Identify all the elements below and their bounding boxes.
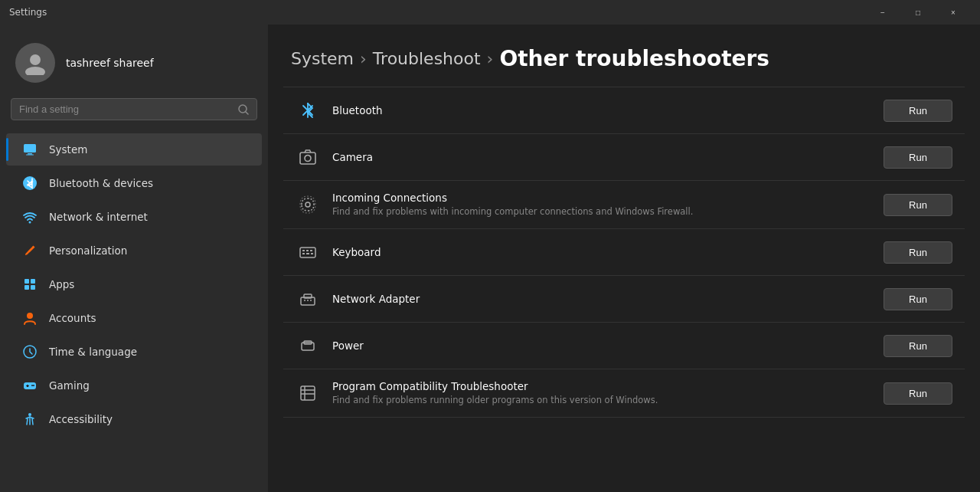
svg-line-3 xyxy=(246,112,248,114)
troubleshooter-power: Power Run xyxy=(283,323,965,369)
user-name: tashreef shareef xyxy=(66,57,154,69)
monitor-icon xyxy=(21,141,38,158)
svg-rect-18 xyxy=(26,385,29,386)
sidebar-item-accessibility-label: Accessibility xyxy=(49,413,113,425)
troubleshooter-camera: Camera Run xyxy=(283,134,965,181)
svg-point-0 xyxy=(30,54,41,65)
svg-rect-26 xyxy=(302,250,305,251)
svg-point-24 xyxy=(305,202,310,207)
run-power-button[interactable]: Run xyxy=(884,335,952,357)
apps-icon xyxy=(21,276,38,293)
svg-point-9 xyxy=(29,221,31,224)
network-adapter-ts-icon xyxy=(296,287,320,311)
svg-rect-25 xyxy=(300,248,315,257)
bluetooth-nav-icon: ✓ xyxy=(21,175,38,192)
run-keyboard-button[interactable]: Run xyxy=(884,241,952,264)
sidebar-item-system-label: System xyxy=(49,143,87,156)
titlebar-controls: − □ × xyxy=(865,0,971,25)
run-incoming-button[interactable]: Run xyxy=(884,194,952,216)
app-body: tashreef shareef xyxy=(0,25,980,492)
troubleshooter-power-name: Power xyxy=(332,339,871,352)
keyboard-ts-icon xyxy=(296,240,320,264)
sidebar-item-timelang[interactable]: Time & language xyxy=(6,336,262,368)
sidebar-item-network-label: Network & internet xyxy=(49,211,148,223)
troubleshooter-incoming-info: Incoming Connections Find and fix proble… xyxy=(332,192,871,218)
troubleshooter-bluetooth-name: Bluetooth xyxy=(332,104,871,116)
svg-rect-12 xyxy=(24,285,29,290)
sidebar-item-gaming-label: Gaming xyxy=(49,379,90,392)
troubleshooter-program-compat-info: Program Compatibility Troubleshooter Fin… xyxy=(332,380,871,406)
troubleshooters-list: Bluetooth Run Camera Run xyxy=(268,87,980,492)
troubleshooter-keyboard-info: Keyboard xyxy=(332,246,871,258)
troubleshooter-bluetooth: Bluetooth Run xyxy=(283,87,965,134)
svg-rect-39 xyxy=(301,386,315,400)
sidebar-item-network[interactable]: Network & internet xyxy=(6,201,262,233)
search-container xyxy=(0,98,268,133)
sidebar-item-bluetooth[interactable]: ✓ Bluetooth & devices xyxy=(6,167,262,199)
search-box xyxy=(11,98,257,120)
breadcrumb-troubleshoot[interactable]: Troubleshoot xyxy=(373,49,481,68)
sidebar-item-system[interactable]: System xyxy=(6,133,262,166)
svg-point-23 xyxy=(305,156,311,162)
time-icon xyxy=(21,343,38,360)
breadcrumb-system[interactable]: System xyxy=(291,49,354,68)
troubleshooter-keyboard: Keyboard Run xyxy=(283,229,965,276)
sidebar-item-personalization[interactable]: Personalization xyxy=(6,235,262,267)
program-compat-ts-icon xyxy=(296,381,320,405)
svg-point-19 xyxy=(31,385,33,386)
troubleshooter-program-compat: Program Compatibility Troubleshooter Fin… xyxy=(283,369,965,418)
svg-rect-11 xyxy=(31,279,35,284)
troubleshooter-network-adapter-name: Network Adapter xyxy=(332,293,871,305)
svg-rect-30 xyxy=(306,253,309,254)
troubleshooter-network-adapter: Network Adapter Run xyxy=(283,276,965,323)
run-program-compat-button[interactable]: Run xyxy=(884,382,952,405)
troubleshooter-program-compat-desc: Find and fix problems running older prog… xyxy=(332,394,871,406)
run-camera-button[interactable]: Run xyxy=(884,146,952,169)
search-input[interactable] xyxy=(19,103,232,115)
troubleshooter-program-compat-name: Program Compatibility Troubleshooter xyxy=(332,380,871,392)
troubleshooter-camera-name: Camera xyxy=(332,151,871,163)
svg-rect-4 xyxy=(24,144,36,153)
minimize-button[interactable]: − xyxy=(865,0,900,25)
brush-icon xyxy=(21,242,38,259)
svg-rect-28 xyxy=(310,250,312,251)
avatar xyxy=(15,43,55,83)
sidebar-item-timelang-label: Time & language xyxy=(49,346,137,358)
svg-rect-29 xyxy=(302,253,305,254)
titlebar-title: Settings xyxy=(9,7,865,18)
sidebar-item-accounts-label: Accounts xyxy=(49,312,96,324)
troubleshooter-network-adapter-info: Network Adapter xyxy=(332,293,871,305)
troubleshooter-bluetooth-info: Bluetooth xyxy=(332,104,871,116)
svg-point-21 xyxy=(28,413,31,416)
breadcrumb: System › Troubleshoot › Other troublesho… xyxy=(268,25,980,87)
svg-point-14 xyxy=(27,313,33,319)
svg-rect-6 xyxy=(26,155,34,156)
content-area: System › Troubleshoot › Other troublesho… xyxy=(268,25,980,492)
nav-items: System ✓ Bluetooth & devices xyxy=(0,133,268,436)
close-button[interactable]: × xyxy=(936,0,971,25)
breadcrumb-current: Other troubleshooters xyxy=(499,46,769,71)
run-bluetooth-button[interactable]: Run xyxy=(884,100,952,122)
svg-rect-27 xyxy=(306,250,309,251)
sidebar-item-accounts[interactable]: Accounts xyxy=(6,302,262,334)
gaming-icon xyxy=(21,377,38,394)
breadcrumb-sep-2: › xyxy=(487,49,494,68)
camera-ts-icon xyxy=(296,145,320,169)
sidebar-item-apps[interactable]: Apps xyxy=(6,268,262,300)
svg-rect-13 xyxy=(31,285,35,290)
troubleshooter-camera-info: Camera xyxy=(332,151,871,163)
troubleshooter-incoming-desc: Find and fix problems with incoming comp… xyxy=(332,205,871,218)
breadcrumb-sep-1: › xyxy=(360,49,367,68)
bluetooth-ts-icon xyxy=(296,98,320,123)
maximize-button[interactable]: □ xyxy=(900,0,936,25)
svg-rect-22 xyxy=(300,153,315,164)
sidebar-item-accessibility[interactable]: Accessibility xyxy=(6,403,262,435)
svg-point-20 xyxy=(33,385,34,386)
sidebar: tashreef shareef xyxy=(0,25,268,492)
troubleshooter-power-info: Power xyxy=(332,339,871,352)
sidebar-item-apps-label: Apps xyxy=(49,278,74,290)
troubleshooter-incoming-name: Incoming Connections xyxy=(332,192,871,204)
titlebar: Settings − □ × xyxy=(0,0,980,25)
run-network-adapter-button[interactable]: Run xyxy=(884,288,952,310)
sidebar-item-gaming[interactable]: Gaming xyxy=(6,369,262,402)
